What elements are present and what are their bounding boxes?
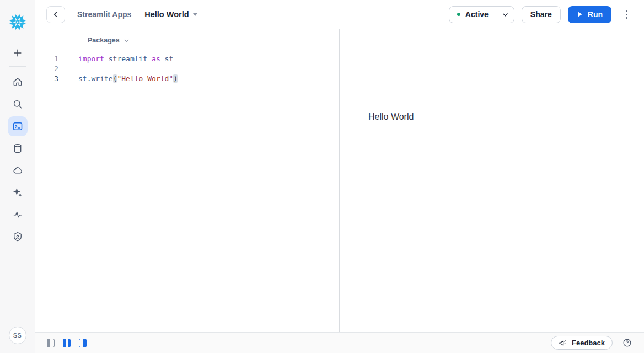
code-line[interactable]: st.write("Hello World"): [78, 74, 339, 84]
chevron-down-icon: [124, 38, 130, 44]
back-button[interactable]: [46, 6, 65, 23]
caret-down-icon: [193, 13, 197, 16]
sidebar-item-search[interactable]: [8, 94, 28, 114]
megaphone-icon: [559, 339, 567, 347]
terminal-icon: [12, 121, 23, 132]
play-icon: [577, 11, 583, 18]
line-number: 1: [35, 54, 71, 64]
app-preview-pane: Hello World: [340, 29, 644, 332]
admin-shield-icon: [12, 231, 23, 242]
code-line[interactable]: import streamlit as st: [78, 54, 339, 64]
layout-preview-only-icon[interactable]: [79, 339, 87, 347]
status-dot-icon: [457, 13, 460, 16]
question-circle-icon: [622, 338, 632, 347]
more-options-kebab-button[interactable]: [620, 6, 633, 23]
search-icon: [12, 99, 23, 110]
layout-toggles: [47, 339, 87, 347]
sidebar-item-home[interactable]: [8, 72, 28, 92]
feedback-button[interactable]: Feedback: [551, 336, 613, 350]
chevron-down-icon: [502, 11, 509, 18]
layout-split-view-icon[interactable]: [63, 339, 71, 347]
chevron-left-icon: [52, 10, 60, 18]
sidebar-item-admin[interactable]: [8, 227, 28, 247]
content-split: Packages 123 import streamlit as stst.wr…: [35, 29, 644, 332]
sidebar-item-monitoring[interactable]: [8, 205, 28, 224]
sidebar-item-data[interactable]: [8, 138, 28, 158]
activity-pulse-icon: [12, 209, 23, 220]
app-output-text: Hello World: [368, 112, 414, 122]
status-button[interactable]: Active: [449, 7, 497, 23]
database-icon: [12, 143, 23, 154]
snowflake-logo-icon[interactable]: [7, 11, 29, 33]
line-number: 2: [35, 64, 71, 74]
packages-label: Packages: [88, 36, 120, 44]
status-dropdown-button[interactable]: [497, 7, 514, 23]
feedback-label: Feedback: [572, 339, 605, 347]
app-window: SS Streamlit Apps Hello World Active: [0, 0, 644, 353]
cloud-icon: [12, 165, 23, 176]
bottom-status-bar: Feedback: [35, 332, 644, 353]
breadcrumb[interactable]: Streamlit Apps: [77, 10, 131, 19]
sidebar-item-ai[interactable]: [8, 183, 28, 202]
line-number-gutter: 123: [35, 54, 71, 332]
app-title-dropdown[interactable]: Hello World: [144, 10, 197, 19]
code-lines: import streamlit as stst.write("Hello Wo…: [71, 54, 339, 332]
code-editor-pane: Packages 123 import streamlit as stst.wr…: [35, 29, 340, 332]
run-button[interactable]: Run: [568, 6, 611, 23]
rail-divider: [9, 66, 26, 67]
left-nav-rail: SS: [0, 0, 35, 353]
sparkles-icon: [12, 187, 23, 198]
user-avatar[interactable]: SS: [9, 327, 26, 344]
sidebar-item-compute[interactable]: [8, 161, 28, 180]
layout-editor-only-icon[interactable]: [47, 339, 55, 347]
status-label: Active: [465, 10, 489, 19]
main-area: Streamlit Apps Hello World Active: [35, 0, 644, 353]
code-line[interactable]: [78, 64, 339, 74]
code-editor[interactable]: 123 import streamlit as stst.write("Hell…: [35, 51, 339, 332]
status-split-button: Active: [449, 6, 514, 23]
help-button[interactable]: [622, 338, 632, 348]
run-label: Run: [588, 10, 603, 19]
home-icon: [12, 77, 23, 88]
sidebar-item-projects[interactable]: [8, 116, 28, 136]
share-button[interactable]: Share: [522, 6, 561, 23]
packages-dropdown[interactable]: Packages: [88, 36, 130, 44]
page-title: Hello World: [144, 10, 189, 19]
new-plus-button[interactable]: [8, 43, 28, 63]
line-number: 3: [35, 74, 71, 84]
app-header: Streamlit Apps Hello World Active: [35, 0, 644, 29]
